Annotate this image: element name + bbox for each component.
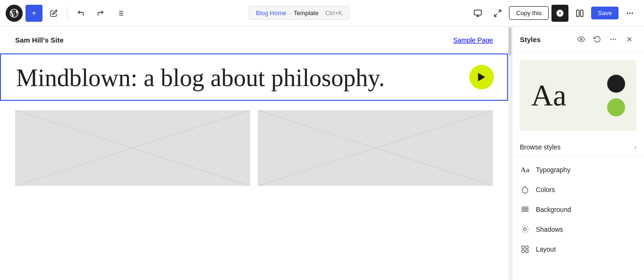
- close-icon: [626, 35, 633, 43]
- svg-line-38: [522, 227, 523, 227]
- style-preview[interactable]: Aa: [520, 60, 636, 131]
- browse-styles-label: Browse styles: [520, 143, 560, 151]
- canvas-scrollbar[interactable]: [508, 26, 512, 280]
- copy-this-button[interactable]: Copy this: [509, 6, 549, 20]
- eye-icon: [577, 35, 585, 43]
- browse-styles-chevron: ›: [634, 143, 636, 151]
- svg-line-39: [527, 232, 528, 232]
- list-icon: [117, 9, 124, 17]
- svg-point-12: [559, 12, 561, 14]
- colors-label: Colors: [536, 186, 555, 193]
- grid-icon: [521, 245, 529, 254]
- svg-line-10: [494, 14, 497, 16]
- typography-icon: Aa: [520, 165, 530, 175]
- panel-more-icon: [610, 35, 617, 43]
- panel-item-shadows[interactable]: Shadows: [512, 219, 644, 239]
- preview-aa: Aa: [531, 80, 567, 111]
- add-button[interactable]: +: [25, 5, 42, 22]
- edit-button[interactable]: [45, 5, 62, 22]
- panel-view-button[interactable]: [574, 32, 588, 46]
- canvas-wrapper: Sam Hill's Site Sample Page Mindblown: a…: [0, 26, 512, 280]
- toolbar: + Blog Home · Template Ctrl+K Copy this: [0, 0, 644, 26]
- hero-text: Mindblown: a blog about philosophy.: [16, 64, 492, 92]
- image-placeholder-1: [15, 110, 250, 186]
- panel-item-layout[interactable]: Layout: [512, 239, 644, 259]
- undo-icon: [77, 9, 85, 17]
- placeholder-svg-2: [258, 110, 493, 186]
- shadows-icon: [520, 224, 530, 235]
- svg-rect-45: [526, 246, 528, 248]
- redo-icon: [97, 9, 104, 17]
- canvas-scrollthumb[interactable]: [508, 27, 511, 56]
- svg-point-17: [632, 12, 633, 14]
- breadcrumb-template: Template: [294, 9, 319, 17]
- panel-close-button[interactable]: [622, 32, 636, 46]
- wp-icon: [9, 8, 19, 18]
- img-diag-2: [258, 110, 493, 186]
- dual-view-button[interactable]: [571, 5, 588, 22]
- panel-item-colors[interactable]: Colors: [512, 180, 644, 200]
- breadcrumb[interactable]: Blog Home · Template Ctrl+K: [249, 6, 349, 20]
- dual-view-icon: [576, 9, 584, 18]
- more-icon: [626, 9, 634, 18]
- wordpress-logo[interactable]: [6, 5, 23, 22]
- background-icon: [520, 204, 530, 215]
- colors-icon: [520, 184, 530, 195]
- breadcrumb-sep: ·: [289, 9, 291, 17]
- play-button[interactable]: [469, 65, 494, 89]
- panel-title: Styles: [520, 35, 541, 44]
- main-area: Sam Hill's Site Sample Page Mindblown: a…: [0, 26, 644, 280]
- svg-line-43: [527, 227, 528, 227]
- browse-styles-row[interactable]: Browse styles ›: [512, 139, 644, 156]
- svg-point-25: [580, 38, 582, 40]
- svg-rect-46: [522, 250, 524, 253]
- toolbar-center: Blog Home · Template Ctrl+K: [132, 6, 466, 20]
- site-title: Sam Hill's Site: [15, 36, 64, 44]
- history-icon: [593, 35, 601, 43]
- sun-icon: [521, 225, 529, 234]
- panel-item-typography[interactable]: Aa Typography: [512, 160, 644, 180]
- redo-button[interactable]: [92, 5, 109, 22]
- svg-line-42: [522, 232, 523, 232]
- droplet-icon: [521, 185, 529, 194]
- typography-label: Typography: [536, 166, 570, 174]
- panel-items: Aa Typography Colors: [512, 156, 644, 263]
- styles-icon: [556, 9, 564, 18]
- img-diag-1: [15, 110, 250, 186]
- expand-button[interactable]: [489, 5, 506, 22]
- image-placeholder-2: [258, 110, 493, 186]
- breadcrumb-shortcut: Ctrl+K: [325, 9, 342, 17]
- more-options-button[interactable]: [621, 5, 638, 22]
- svg-rect-6: [475, 10, 482, 15]
- panel-header: Styles: [512, 26, 644, 52]
- svg-point-26: [610, 39, 612, 40]
- play-icon: [478, 73, 485, 81]
- site-header: Sam Hill's Site Sample Page: [0, 26, 508, 53]
- styles-panel: Styles Aa: [512, 26, 644, 280]
- save-button[interactable]: Save: [591, 7, 619, 19]
- placeholder-svg-1: [15, 110, 250, 186]
- undo-button[interactable]: [72, 5, 89, 22]
- styles-toggle-button[interactable]: [551, 5, 568, 22]
- nav-sample-page[interactable]: Sample Page: [453, 36, 493, 44]
- image-grid: [0, 101, 508, 195]
- monitor-button[interactable]: [469, 5, 486, 22]
- preview-dot-green: [607, 98, 625, 116]
- hero-section[interactable]: Mindblown: a blog about philosophy.: [0, 53, 508, 101]
- panel-more-button[interactable]: [606, 32, 620, 46]
- panel-item-background[interactable]: Background: [512, 200, 644, 219]
- expand-icon: [493, 9, 502, 18]
- canvas: Sam Hill's Site Sample Page Mindblown: a…: [0, 26, 508, 280]
- pencil-icon: [50, 9, 58, 17]
- stripes-icon: [521, 205, 529, 214]
- layout-label: Layout: [536, 245, 556, 253]
- preview-dots: [607, 75, 625, 116]
- panel-history-button[interactable]: [590, 32, 604, 46]
- panel-header-actions: [574, 32, 636, 46]
- shadows-label: Shadows: [536, 226, 563, 233]
- monitor-icon: [474, 9, 482, 18]
- svg-point-16: [629, 12, 631, 14]
- svg-rect-44: [522, 246, 524, 248]
- svg-point-15: [627, 12, 628, 14]
- list-button[interactable]: [112, 5, 129, 22]
